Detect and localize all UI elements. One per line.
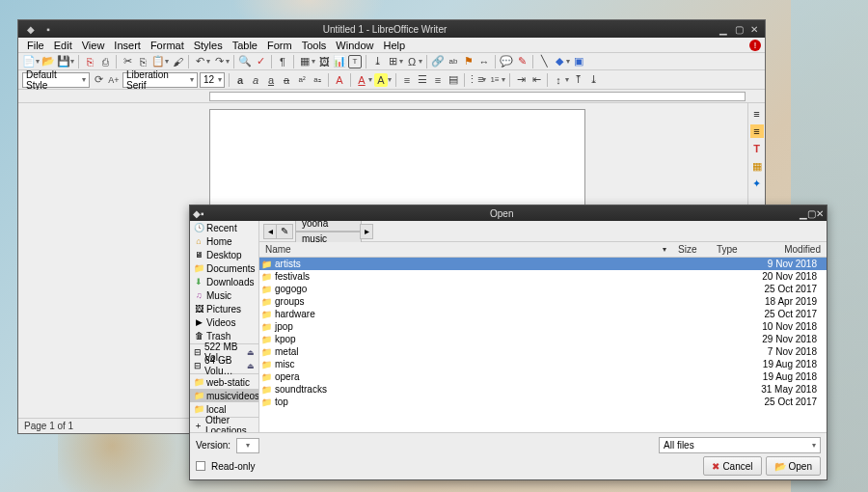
- menu-window[interactable]: Window: [331, 40, 378, 51]
- comment-icon[interactable]: 💬: [500, 55, 513, 68]
- redo-icon[interactable]: ↷: [212, 55, 226, 68]
- subscript-icon[interactable]: a₂: [311, 73, 324, 87]
- open-icon[interactable]: 📂: [41, 55, 55, 68]
- column-type[interactable]: Type: [711, 244, 759, 255]
- file-row[interactable]: 📁metal7 Nov 2018: [259, 345, 827, 358]
- font-size-combo[interactable]: 12▾: [200, 72, 225, 88]
- shapes-icon[interactable]: ◆: [553, 55, 566, 68]
- file-row[interactable]: 📁gogogo25 Oct 2017: [259, 283, 827, 295]
- menu-format[interactable]: Format: [146, 40, 189, 51]
- menu-edit[interactable]: Edit: [49, 40, 77, 51]
- menu-table[interactable]: Table: [228, 40, 262, 51]
- file-row[interactable]: 📁groups18 Apr 2019: [259, 295, 827, 308]
- align-center-icon[interactable]: ☰: [416, 73, 429, 87]
- menu-insert[interactable]: Insert: [109, 40, 146, 51]
- dialog-titlebar[interactable]: ◆ ▪ Open ▁ ▢ ✕: [190, 205, 827, 221]
- spellcheck-icon[interactable]: ✓: [254, 55, 267, 68]
- file-row[interactable]: 📁opera19 Aug 2018: [259, 370, 827, 383]
- increase-indent-icon[interactable]: ⇥: [514, 73, 528, 87]
- eject-icon[interactable]: ⏏: [247, 362, 255, 370]
- place-recent[interactable]: 🕓Recent: [190, 221, 258, 234]
- pin-icon[interactable]: ▪: [41, 22, 55, 36]
- path-forward-icon[interactable]: ▸: [360, 224, 373, 239]
- styles-panel-icon[interactable]: T: [750, 142, 764, 155]
- column-name[interactable]: Name▾: [259, 244, 672, 255]
- menu-form[interactable]: Form: [262, 40, 297, 51]
- bold-icon[interactable]: a: [233, 73, 247, 87]
- chart-icon[interactable]: 📊: [333, 55, 346, 68]
- undo-icon[interactable]: ↶: [193, 55, 206, 68]
- place-downloads[interactable]: ⬇Downloads: [190, 275, 258, 288]
- place-home[interactable]: ⌂Home: [190, 234, 258, 248]
- update-notification-icon[interactable]: !: [749, 40, 761, 51]
- maximize-icon[interactable]: ▢: [807, 208, 816, 219]
- superscript-icon[interactable]: a²: [295, 73, 309, 87]
- align-left-icon[interactable]: ≡: [400, 73, 414, 87]
- menu-styles[interactable]: Styles: [189, 40, 228, 51]
- file-row[interactable]: 📁jpop10 Nov 2018: [259, 320, 827, 333]
- font-name-combo[interactable]: Liberation Serif▾: [122, 72, 198, 88]
- cancel-button[interactable]: ✖Cancel: [703, 456, 761, 476]
- column-size[interactable]: Size: [672, 244, 711, 255]
- paragraph-style-combo[interactable]: Default Style▾: [22, 72, 90, 88]
- file-row[interactable]: 📁misc19 Aug 2018: [259, 358, 827, 370]
- place-music[interactable]: ♫Music: [190, 288, 258, 302]
- cut-icon[interactable]: ✂: [121, 55, 134, 68]
- minimize-icon[interactable]: ▁: [717, 22, 730, 36]
- copy-icon[interactable]: ⎘: [136, 55, 149, 68]
- file-row[interactable]: 📁festivals20 Nov 2018: [259, 270, 827, 283]
- place-desktop[interactable]: 🖥Desktop: [190, 248, 258, 261]
- menu-file[interactable]: File: [22, 40, 49, 51]
- path-edit-toggle-icon[interactable]: ✎: [276, 224, 293, 239]
- field-icon[interactable]: ⊞: [386, 55, 399, 68]
- italic-icon[interactable]: a: [249, 73, 262, 87]
- line-icon[interactable]: ╲: [537, 55, 551, 68]
- file-row[interactable]: 📁hardware25 Oct 2017: [259, 308, 827, 320]
- clear-formatting-icon[interactable]: A: [333, 73, 346, 87]
- bullet-list-icon[interactable]: ⋮≡: [469, 73, 482, 87]
- place-pictures[interactable]: 🖼Pictures: [190, 302, 258, 315]
- bookmark-icon[interactable]: ⚑: [462, 55, 475, 68]
- paste-icon[interactable]: 📋: [151, 55, 165, 68]
- menu-view[interactable]: View: [77, 40, 110, 51]
- track-changes-icon[interactable]: ✎: [515, 55, 529, 68]
- justify-icon[interactable]: ▤: [447, 73, 460, 87]
- close-icon[interactable]: ✕: [816, 208, 824, 219]
- para-spacing-decrease-icon[interactable]: ⤓: [586, 73, 600, 87]
- close-icon[interactable]: ✕: [747, 22, 761, 36]
- special-char-icon[interactable]: Ω: [405, 55, 419, 68]
- file-type-filter[interactable]: All files▾: [659, 437, 821, 453]
- properties-panel-icon[interactable]: ≡: [750, 124, 764, 138]
- other-locations[interactable]: ＋Other Locations: [190, 419, 258, 432]
- align-right-icon[interactable]: ≡: [431, 73, 445, 87]
- place-64-gb-volu-[interactable]: ⊟64 GB Volu…⏏: [190, 359, 258, 372]
- gallery-panel-icon[interactable]: ▦: [750, 159, 764, 173]
- column-modified[interactable]: Modified: [759, 244, 827, 255]
- place-musicvideos[interactable]: 📁musicvideos: [190, 389, 258, 402]
- hyperlink-icon[interactable]: 🔗: [431, 55, 445, 68]
- sidebar-settings-icon[interactable]: ≡: [750, 107, 764, 121]
- place-local[interactable]: 📁local: [190, 402, 258, 416]
- image-icon[interactable]: 🖼: [317, 55, 331, 68]
- horizontal-ruler[interactable]: [18, 90, 765, 103]
- underline-icon[interactable]: a: [264, 73, 278, 87]
- update-style-icon[interactable]: ⟳: [92, 73, 105, 87]
- place-videos[interactable]: ▶Videos: [190, 315, 258, 329]
- decrease-indent-icon[interactable]: ⇤: [529, 73, 543, 87]
- strikethrough-icon[interactable]: a: [280, 73, 293, 87]
- titlebar[interactable]: ◆ ▪ Untitled 1 - LibreOffice Writer ▁ ▢ …: [18, 20, 765, 38]
- formatting-marks-icon[interactable]: ¶: [276, 55, 289, 68]
- place-web-static[interactable]: 📁web-static: [190, 375, 258, 389]
- new-doc-icon[interactable]: 📄: [22, 55, 36, 68]
- table-icon[interactable]: ▦: [298, 55, 312, 68]
- para-spacing-increase-icon[interactable]: ⤒: [571, 73, 584, 87]
- draw-functions-icon[interactable]: ▣: [572, 55, 585, 68]
- path-back-icon[interactable]: ◂: [263, 224, 277, 239]
- eject-icon[interactable]: ⏏: [247, 348, 255, 357]
- navigator-panel-icon[interactable]: ✦: [750, 177, 764, 190]
- save-icon[interactable]: 💾: [57, 55, 70, 68]
- file-row[interactable]: 📁artists9 Nov 2018: [259, 258, 827, 270]
- find-icon[interactable]: 🔍: [238, 55, 252, 68]
- file-row[interactable]: 📁soundtracks31 May 2018: [259, 383, 827, 396]
- new-style-icon[interactable]: A+: [107, 73, 121, 87]
